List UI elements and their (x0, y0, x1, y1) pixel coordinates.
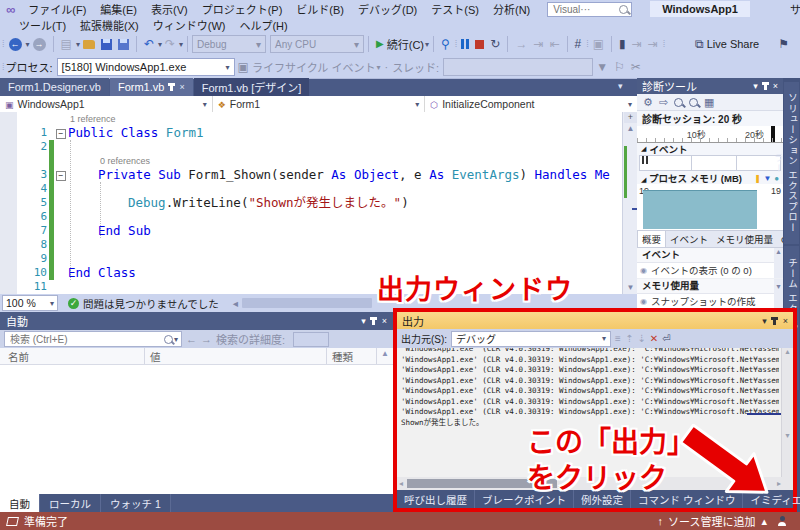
events-track[interactable] (639, 155, 781, 171)
menu-item-6[interactable]: テスト(S) (424, 0, 486, 18)
autos-title-bar[interactable]: 自動 ▾ × (0, 312, 393, 330)
editor-hscroll-thumb[interactable] (242, 298, 372, 308)
scroll-up-icon[interactable]: ▲ (381, 349, 389, 358)
breakpoint-margin[interactable] (0, 126, 17, 140)
class-dropdown[interactable]: ❖Form1▾ (213, 96, 426, 112)
suspend-icon[interactable]: ▣ (238, 61, 249, 73)
window-position-icon[interactable]: ▾ (762, 316, 767, 326)
project-dropdown[interactable]: ▣WindowsApp1▾ (0, 96, 213, 112)
diag-tab-2[interactable]: メモリ使用量 (712, 231, 777, 247)
flag-filter-icon[interactable]: ⚐ (614, 61, 625, 73)
process-memory-label[interactable]: ◢ プロセス メモリ (MB) ❚ ▼ ● (637, 171, 783, 184)
doc-tab-2[interactable]: Form1.vb [デザイン] (194, 78, 310, 96)
settings-gear-icon[interactable]: ⚙ (643, 96, 653, 109)
breakpoint-margin[interactable] (0, 168, 17, 182)
zoom-in-icon[interactable] (674, 98, 683, 107)
column-value[interactable]: 値 (150, 349, 161, 364)
live-share-button[interactable]: Live Share (707, 38, 760, 50)
window-position-icon[interactable]: ▾ (361, 316, 366, 326)
scroll-right-icon[interactable]: ▸ (777, 479, 781, 488)
autos-search-input[interactable] (8, 333, 164, 346)
code-editor[interactable]: 1 reference1−Public Class Form120 refere… (0, 112, 637, 294)
doc-tab-1[interactable]: Form1.vb× (110, 78, 193, 96)
live-share-icon[interactable]: ⧉ (695, 38, 704, 50)
next-message-icon[interactable]: ⇣ (637, 333, 645, 344)
doc-tab-0[interactable]: Form1.Designer.vb (0, 78, 109, 96)
member-dropdown[interactable]: ⬡InitializeComponent▾ (425, 96, 637, 112)
breakpoint-margin[interactable] (0, 266, 17, 280)
new-project-icon[interactable]: ▤ (61, 38, 72, 50)
pin-icon[interactable] (170, 83, 173, 91)
close-icon[interactable]: × (382, 316, 387, 326)
scroll-down-icon[interactable]: ▼ (624, 283, 637, 292)
step-into-icon[interactable]: → (515, 38, 527, 50)
collapse-icon[interactable]: − (56, 171, 66, 181)
breakpoint-margin[interactable] (0, 224, 17, 238)
pin-icon[interactable] (764, 82, 767, 90)
search-back-icon[interactable]: ← (186, 333, 197, 345)
line-number-icon[interactable]: # (575, 38, 582, 50)
platform-dropdown[interactable]: Any CPU▾ (270, 35, 364, 53)
stop-icon[interactable] (475, 40, 484, 49)
scroll-up-icon[interactable]: ▲ (624, 124, 637, 133)
expand-icon[interactable]: ▴ (761, 515, 767, 528)
output-tab-0[interactable]: 呼び出し履歴 (397, 490, 475, 508)
restart-icon[interactable]: ↻ (490, 38, 500, 50)
continue-icon[interactable]: ▶ (376, 39, 384, 49)
window-position-icon[interactable]: ▾ (753, 81, 758, 91)
quick-search[interactable] (547, 2, 632, 17)
breakpoint-margin[interactable] (0, 154, 17, 168)
column-type[interactable]: 種類 (332, 349, 353, 364)
navigate-back-icon[interactable]: ← (9, 38, 22, 51)
clear-filter-icon[interactable]: ✂ (631, 61, 641, 73)
prev-message-icon[interactable]: ⇡ (625, 333, 633, 344)
breakpoint-margin[interactable] (0, 252, 17, 266)
diag-tab-0[interactable]: 概要 (637, 230, 666, 247)
events-section-label[interactable]: ◢イベント (637, 143, 783, 155)
step-out-icon[interactable]: ⇤ (549, 38, 559, 50)
zoom-out-icon[interactable] (689, 98, 698, 107)
column-name[interactable]: 名前 (8, 349, 29, 364)
feedback-icon[interactable]: ⚑ (778, 38, 789, 50)
thread-dropdown[interactable] (443, 58, 593, 76)
prev-bookmark-icon[interactable]: ⇥ (632, 38, 642, 50)
search-forward-icon[interactable]: → (201, 333, 212, 345)
word-wrap-icon[interactable]: ⏎ (662, 333, 670, 344)
scroll-left-icon[interactable]: ◂ (399, 479, 403, 488)
save-icon[interactable] (101, 39, 112, 50)
save-all-icon[interactable] (118, 39, 129, 50)
diagnostics-title-bar[interactable]: 診断ツール ▾ × (637, 78, 783, 94)
breakpoint-margin[interactable] (0, 182, 17, 196)
bottom-tab-0[interactable]: 自動 (0, 494, 40, 512)
breakpoint-margin[interactable] (0, 196, 17, 210)
continue-button[interactable]: 続行(C) (387, 36, 424, 52)
close-icon[interactable]: × (773, 81, 778, 91)
box-select-icon[interactable]: ▣ (593, 38, 604, 50)
output-title-bar[interactable]: 出力 ▾ × (397, 312, 793, 329)
clear-all-icon[interactable]: ✕ (650, 333, 658, 344)
pause-icon[interactable] (461, 39, 469, 49)
next-bookmark-icon[interactable]: ⇥ (648, 38, 658, 50)
solution-explorer-tab[interactable]: ソリューション エクスプローラー (784, 82, 799, 244)
breakpoint-margin[interactable] (0, 280, 17, 294)
export-icon[interactable]: ⇨ (659, 96, 668, 109)
split-editor-button[interactable]: + (624, 112, 637, 123)
bookmark-icon[interactable]: ▮ (619, 38, 626, 50)
reset-view-icon[interactable]: ▦ (704, 96, 714, 109)
process-dropdown[interactable]: [5180] WindowsApp1.exe▾ (57, 58, 235, 76)
close-icon[interactable]: × (179, 82, 184, 92)
menu-item-5[interactable]: デバッグ(D) (351, 0, 424, 18)
breakpoint-margin[interactable] (0, 210, 17, 224)
lifecycle-events-button[interactable]: ライフサイクル イベント (252, 59, 376, 75)
undo-icon[interactable]: ↶ (144, 38, 154, 50)
quick-search-input[interactable] (551, 3, 619, 16)
editor-scrollbar[interactable]: + ▲ ▼ (622, 112, 638, 294)
bottom-tab-1[interactable]: ローカル (40, 494, 101, 512)
output-source-dropdown[interactable]: デバッグ▾ (451, 331, 611, 347)
timeline-ruler[interactable]: 10秒 20秒 (637, 126, 783, 143)
hscroll-left-icon[interactable]: ◂ (233, 297, 238, 309)
output-vscrollbar[interactable]: ▲▼ (781, 348, 793, 477)
menu-item-7[interactable]: 分析(N) (486, 0, 537, 18)
open-file-icon[interactable] (83, 40, 95, 49)
add-to-source-control-button[interactable]: ソース管理に追加 (668, 513, 755, 529)
